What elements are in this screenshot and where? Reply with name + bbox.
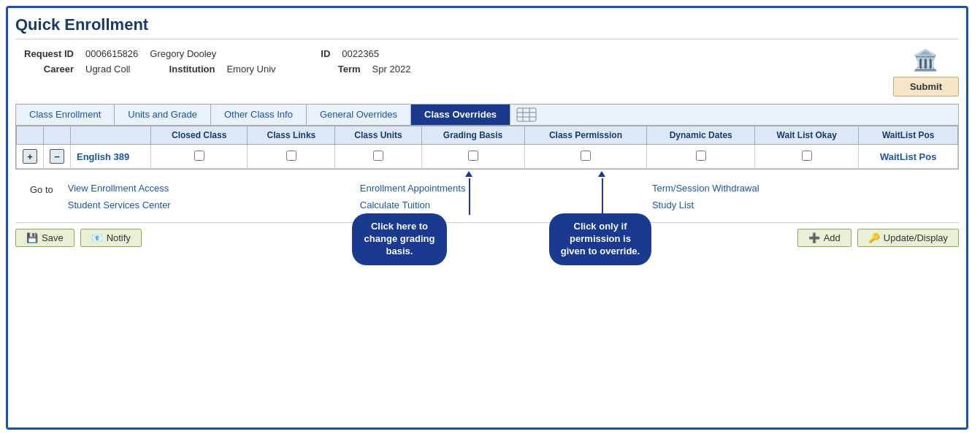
waitlist-pos-link[interactable]: WaitList Pos — [880, 151, 937, 162]
bottom-right-buttons: ➕ Add 🔑 Update/Display — [797, 229, 959, 247]
col-class-permission: Class Permission — [524, 126, 647, 145]
col-wait-list-okay: Wait List Okay — [755, 126, 859, 145]
header-row-1: Request ID 0006615826 Gregory Dooley ID … — [15, 48, 878, 59]
grading-basis-cell — [421, 145, 524, 169]
col-grading-basis: Grading Basis — [421, 126, 524, 145]
dynamic-dates-checkbox[interactable] — [696, 151, 706, 161]
add-button[interactable]: ➕ Add — [797, 229, 851, 247]
footer-col-1: View Enrollment Access Student Services … — [68, 183, 360, 210]
class-units-checkbox[interactable] — [373, 151, 383, 161]
tab-other-class-info[interactable]: Other Class Info — [211, 104, 307, 125]
grading-arrow — [469, 178, 470, 215]
row-add-button[interactable]: + — [23, 149, 37, 164]
person-name: Gregory Dooley — [150, 48, 216, 59]
term-session-withdrawal-link[interactable]: Term/Session Withdrawal — [652, 183, 944, 194]
footer-col-goto: Go to — [30, 183, 53, 210]
overrides-table: Closed Class Class Links Class Units Gra… — [16, 126, 958, 169]
term-value: Spr 2022 — [372, 64, 411, 75]
col-class-links: Class Links — [248, 126, 335, 145]
footer-links: Go to View Enrollment Access Student Ser… — [15, 183, 959, 210]
class-links-checkbox[interactable] — [286, 151, 296, 161]
header-section: Request ID 0006615826 Gregory Dooley ID … — [15, 48, 959, 96]
header-fields: Request ID 0006615826 Gregory Dooley ID … — [15, 48, 878, 79]
row-add-cell: + — [17, 145, 44, 169]
col-add — [17, 126, 44, 145]
grading-arrowhead — [465, 171, 472, 177]
class-units-cell — [335, 145, 421, 169]
permission-arrow — [602, 178, 603, 215]
waitlist-pos-cell: WaitList Pos — [859, 145, 958, 169]
header-row-2: Career Ugrad Coll Institution Emory Univ… — [15, 64, 878, 75]
svg-rect-0 — [517, 108, 536, 121]
tabs-section: Class Enrollment Units and Grade Other C… — [15, 104, 959, 170]
tab-icon[interactable] — [510, 104, 543, 125]
tab-class-overrides[interactable]: Class Overrides — [411, 104, 510, 125]
request-id-label: Request ID — [15, 48, 74, 59]
footer-col-2: Enrollment Appointments Calculate Tuitio… — [360, 183, 652, 210]
class-permission-cell — [524, 145, 647, 169]
view-enrollment-access-link[interactable]: View Enrollment Access — [68, 183, 360, 194]
enrollment-appointments-link[interactable]: Enrollment Appointments — [360, 183, 652, 194]
institution-label: Institution — [156, 64, 215, 75]
footer-col-3: Term/Session Withdrawal Study List — [652, 183, 944, 210]
table-row: + − English 389 — [17, 145, 958, 169]
class-permission-checkbox[interactable] — [581, 151, 591, 161]
update-display-label: Update/Display — [884, 232, 948, 243]
col-dynamic-dates: Dynamic Dates — [647, 126, 755, 145]
save-label: Save — [42, 232, 64, 243]
tooltip-permission: Click only if permission is given to ove… — [549, 213, 651, 265]
row-remove-cell: − — [44, 145, 71, 169]
career-label: Career — [15, 64, 74, 75]
add-label: Add — [824, 232, 841, 243]
add-icon: ➕ — [808, 232, 820, 243]
col-waitlist-pos: WaitList Pos — [859, 126, 958, 145]
save-icon: 💾 — [26, 232, 38, 243]
notify-button[interactable]: 📧 Notify — [80, 229, 142, 247]
table-container: Closed Class Class Links Class Units Gra… — [16, 126, 958, 169]
building-icon: 🏛️ — [913, 48, 938, 72]
table-area: Closed Class Class Links Class Units Gra… — [16, 126, 958, 169]
page-title: Quick Enrollment — [15, 15, 959, 39]
id-label: ID — [272, 48, 330, 59]
wait-list-okay-cell — [755, 145, 859, 169]
course-link[interactable]: English 389 — [77, 151, 129, 162]
tab-class-enrollment[interactable]: Class Enrollment — [16, 104, 115, 125]
col-closed-class: Closed Class — [151, 126, 248, 145]
header-right: 🏛️ Submit — [893, 48, 959, 96]
class-links-cell — [248, 145, 335, 169]
table-header-row: Closed Class Class Links Class Units Gra… — [17, 126, 958, 145]
notify-label: Notify — [107, 232, 131, 243]
spreadsheet-icon — [516, 107, 537, 122]
wait-list-okay-checkbox[interactable] — [802, 151, 812, 161]
update-display-button[interactable]: 🔑 Update/Display — [857, 229, 959, 247]
study-list-link[interactable]: Study List — [652, 200, 944, 210]
save-button[interactable]: 💾 Save — [15, 229, 74, 247]
id-value: 0022365 — [342, 48, 379, 59]
course-cell: English 389 — [71, 145, 151, 169]
row-remove-button[interactable]: − — [50, 149, 64, 164]
notify-icon: 📧 — [91, 232, 103, 243]
institution-value: Emory Univ — [226, 64, 275, 75]
calculate-tuition-link[interactable]: Calculate Tuition — [360, 200, 652, 210]
submit-button[interactable]: Submit — [893, 77, 959, 96]
grading-basis-checkbox[interactable] — [468, 151, 478, 161]
term-label: Term — [302, 64, 361, 75]
career-value: Ugrad Coll — [85, 64, 130, 75]
bottom-bar: 💾 Save 📧 Notify ➕ Add 🔑 Update/Display — [15, 222, 959, 247]
tab-general-overrides[interactable]: General Overrides — [307, 104, 411, 125]
request-id-value: 0006615826 — [85, 48, 138, 59]
closed-class-checkbox[interactable] — [194, 151, 204, 161]
tab-units-and-grade[interactable]: Units and Grade — [115, 104, 211, 125]
col-course — [71, 126, 151, 145]
goto-label: Go to — [30, 183, 53, 195]
main-container: Quick Enrollment Request ID 0006615826 G… — [6, 6, 968, 430]
bottom-left-buttons: 💾 Save 📧 Notify — [15, 229, 142, 247]
col-remove — [44, 126, 71, 145]
student-services-center-link[interactable]: Student Services Center — [68, 200, 360, 210]
tabs-row: Class Enrollment Units and Grade Other C… — [16, 104, 958, 126]
closed-class-cell — [151, 145, 248, 169]
col-class-units: Class Units — [335, 126, 421, 145]
dynamic-dates-cell — [647, 145, 755, 169]
tooltip-grading: Click here to change grading basis. — [352, 213, 447, 265]
permission-arrowhead — [598, 171, 605, 177]
